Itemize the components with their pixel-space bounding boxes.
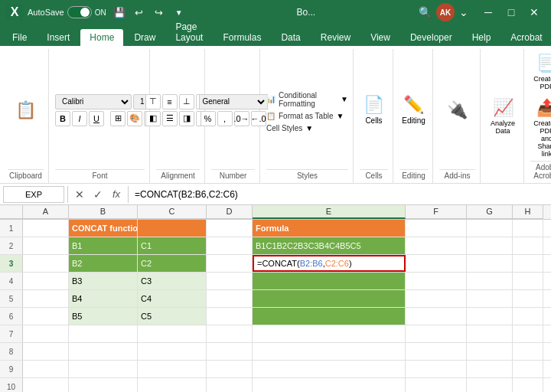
percent-btn[interactable]: % — [201, 111, 216, 126]
cell-f7[interactable] — [406, 325, 467, 342]
cell-h7[interactable] — [513, 325, 543, 342]
cell-c2[interactable]: C1 — [138, 237, 207, 254]
cell-f5[interactable] — [406, 290, 467, 307]
align-center-btn[interactable]: ☰ — [162, 111, 178, 126]
cell-g4[interactable] — [467, 273, 513, 289]
tab-insert[interactable]: Insert — [37, 29, 79, 46]
cell-b3[interactable]: B2 — [69, 255, 138, 272]
tab-acrobat[interactable]: Acrobat — [501, 29, 551, 46]
create-pdf-button[interactable]: 📑 Create a PDF — [530, 51, 551, 93]
cell-h2[interactable] — [513, 237, 543, 254]
autosave-toggle[interactable] — [67, 6, 92, 18]
font-name-select[interactable]: Calibri — [55, 94, 132, 109]
cell-b4[interactable]: B3 — [69, 273, 138, 289]
comma-btn[interactable]: , — [217, 111, 233, 126]
cell-styles-btn[interactable]: Cell Styles ▼ — [266, 122, 313, 134]
tab-help[interactable]: Help — [463, 29, 500, 46]
cell-c4[interactable]: C3 — [138, 273, 207, 289]
border-button[interactable]: ⊞ — [110, 111, 126, 126]
undo-icon[interactable]: ↩ — [131, 4, 148, 21]
cell-g1[interactable] — [467, 220, 513, 237]
cell-c7[interactable] — [138, 325, 207, 342]
cell-b5[interactable]: B4 — [69, 290, 138, 307]
tab-page-layout[interactable]: Page Layout — [166, 18, 212, 46]
cell-c6[interactable]: C5 — [138, 308, 207, 325]
tab-developer[interactable]: Developer — [401, 29, 461, 46]
cell-h5[interactable] — [513, 290, 543, 307]
cell-c5[interactable]: C4 — [138, 290, 207, 307]
cell-e3-active[interactable]: =CONCAT(B2:B6,C2:C6) — [253, 255, 406, 272]
col-header-d[interactable]: D — [207, 205, 253, 219]
conditional-formatting-btn[interactable]: 📊 Conditional Formatting ▼ — [266, 90, 348, 109]
cell-g5[interactable] — [467, 290, 513, 307]
cell-f2[interactable] — [406, 237, 467, 254]
cell-g3[interactable] — [467, 255, 513, 272]
align-middle-btn[interactable]: ≡ — [162, 94, 178, 109]
cell-h4[interactable] — [513, 273, 543, 289]
cell-h3[interactable] — [513, 255, 543, 272]
tab-draw[interactable]: Draw — [125, 29, 165, 46]
cell-e4[interactable] — [253, 273, 406, 289]
editing-button[interactable]: ✏️ Editing — [399, 92, 429, 128]
cell-a2[interactable] — [23, 237, 69, 254]
tab-review[interactable]: Review — [311, 29, 360, 46]
cell-e7[interactable] — [253, 325, 406, 342]
cell-c1[interactable] — [138, 220, 207, 237]
tab-data[interactable]: Data — [272, 29, 309, 46]
cell-d3[interactable] — [207, 255, 253, 272]
share-pdf-button[interactable]: 📤 Create a PDF and Share link — [530, 95, 551, 161]
cell-f1[interactable] — [406, 220, 467, 237]
cell-b7[interactable] — [69, 325, 138, 342]
tab-home[interactable]: Home — [80, 29, 123, 46]
col-header-e[interactable]: E — [253, 205, 406, 219]
col-header-a[interactable]: A — [23, 205, 69, 219]
cell-d7[interactable] — [207, 325, 253, 342]
align-right-btn[interactable]: ◨ — [179, 111, 194, 126]
search-icon[interactable]: 🔍 — [419, 6, 432, 18]
col-header-h[interactable]: H — [513, 205, 543, 219]
save-icon[interactable]: 💾 — [111, 4, 128, 21]
italic-button[interactable]: I — [72, 111, 87, 126]
align-bottom-btn[interactable]: ⊥ — [179, 94, 194, 109]
cell-d6[interactable] — [207, 308, 253, 325]
cancel-formula-btn[interactable]: ✕ — [71, 186, 88, 203]
tab-file[interactable]: File — [3, 29, 36, 46]
addins-button[interactable]: 🔌 — [444, 97, 471, 123]
fill-color-button[interactable]: 🎨 — [127, 111, 142, 126]
maximize-button[interactable]: □ — [500, 2, 522, 23]
align-top-btn[interactable]: ⊤ — [145, 94, 161, 109]
cell-g6[interactable] — [467, 308, 513, 325]
cell-e1[interactable]: Formula — [253, 220, 406, 237]
cell-e2[interactable]: B1C1B2C2B3C3B4C4B5C5 — [253, 237, 406, 254]
cell-d2[interactable] — [207, 237, 253, 254]
number-format-select[interactable]: General — [199, 94, 268, 109]
cell-d4[interactable] — [207, 273, 253, 289]
col-header-g[interactable]: G — [467, 205, 513, 219]
align-left-btn[interactable]: ◧ — [145, 111, 161, 126]
underline-button[interactable]: U — [89, 111, 104, 126]
insert-function-btn[interactable]: fx — [108, 186, 125, 203]
cell-a7[interactable] — [23, 325, 69, 342]
decrease-decimal-btn[interactable]: .0→ — [234, 111, 249, 126]
clipboard-button[interactable]: 📋 — [7, 97, 45, 123]
cell-a3[interactable] — [23, 255, 69, 272]
cell-g2[interactable] — [467, 237, 513, 254]
cell-b1[interactable]: CONCAT function — [69, 220, 138, 237]
cell-c3[interactable]: C2 — [138, 255, 207, 272]
cell-reference-box[interactable] — [3, 186, 64, 203]
tab-view[interactable]: View — [361, 29, 399, 46]
tab-formulas[interactable]: Formulas — [214, 29, 270, 46]
cell-e6[interactable] — [253, 308, 406, 325]
cell-a6[interactable] — [23, 308, 69, 325]
cell-f6[interactable] — [406, 308, 467, 325]
minimize-button[interactable]: ─ — [478, 2, 499, 23]
cell-d5[interactable] — [207, 290, 253, 307]
cell-e5[interactable] — [253, 290, 406, 307]
cell-a4[interactable] — [23, 273, 69, 289]
cell-f3[interactable] — [406, 255, 467, 272]
analyze-button[interactable]: 📈 Analyze Data — [487, 95, 519, 138]
cells-button[interactable]: 📄 Cells — [360, 92, 387, 128]
cell-a1[interactable] — [23, 220, 69, 237]
cell-h6[interactable] — [513, 308, 543, 325]
close-button[interactable]: ✕ — [523, 2, 545, 23]
